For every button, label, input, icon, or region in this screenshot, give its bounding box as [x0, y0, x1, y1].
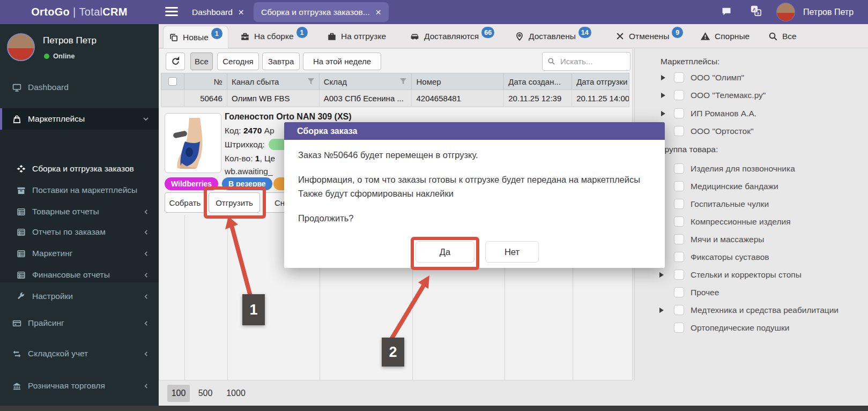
marketplace-checkbox[interactable] [674, 108, 684, 118]
status-tab-delivering[interactable]: Доставляются 66 [410, 24, 494, 48]
col-order-number[interactable]: Номер [412, 73, 504, 89]
filter-funnel-icon[interactable] [307, 78, 315, 85]
sidebar-item-order-reports[interactable]: Отчеты по заказам [0, 222, 159, 242]
group-checkbox[interactable] [674, 163, 684, 174]
chevron-left-icon [143, 383, 149, 389]
group-checkbox[interactable] [674, 305, 684, 315]
group-label[interactable]: Изделия для позвоночника [691, 164, 795, 174]
page-size-500[interactable]: 500 [194, 385, 217, 402]
sidebar-item-warehouse[interactable]: Складской учет [0, 343, 159, 364]
col-number[interactable]: № [184, 73, 227, 89]
page-size-100[interactable]: 100 [167, 385, 190, 402]
expand-triangle-icon[interactable] [661, 93, 665, 98]
marketplace-checkbox[interactable] [674, 126, 684, 136]
col-shipping-date[interactable]: Дата отгрузки [572, 73, 629, 89]
chat-icon[interactable] [721, 6, 732, 17]
tab-assembly-shipping[interactable]: Сборка и отгрузка заказов... ✕ [254, 2, 389, 22]
group-checkbox[interactable] [674, 181, 684, 191]
search-input[interactable] [559, 56, 624, 66]
product-image[interactable] [165, 113, 221, 173]
group-checkbox[interactable] [674, 323, 684, 333]
status-tab-shipping[interactable]: На отгрузке [327, 24, 386, 48]
col-sales-channel[interactable]: Канал сбыта [227, 73, 320, 89]
group-checkbox[interactable] [674, 234, 684, 244]
chevron-left-icon [143, 351, 149, 357]
group-checkbox[interactable] [674, 216, 684, 227]
expand-triangle-icon[interactable] [661, 75, 665, 80]
filter-tomorrow-button[interactable]: Завтра [262, 53, 300, 70]
group-checkbox[interactable] [674, 199, 684, 209]
expand-triangle-icon[interactable] [659, 308, 664, 313]
dialog-line2: Информация, о том что заказы готовы к от… [298, 175, 640, 185]
select-all-checkbox[interactable] [168, 77, 177, 86]
group-label[interactable]: Прочее [691, 288, 719, 297]
group-label[interactable]: Медицинские бандажи [691, 182, 778, 191]
col-created-date[interactable]: Дата создан... [504, 73, 572, 89]
marketplace-label[interactable]: ИП Романов А.А. [691, 109, 756, 118]
header-select-all [161, 73, 184, 89]
sidebar-item-supplies[interactable]: Поставки на маркетплейсы [0, 180, 159, 200]
sidebar-item-settings[interactable]: Настройки [0, 286, 159, 307]
marketplace-label[interactable]: ООО "Ортосток" [691, 126, 753, 136]
marketplace-label[interactable]: ООО "Телемакс.ру" [691, 91, 766, 100]
tab-label: Сборка и отгрузка заказов... [261, 8, 370, 17]
status-tab-new[interactable]: Новые 1 [163, 26, 228, 48]
refresh-button[interactable] [166, 53, 185, 70]
marketplace-label[interactable]: ООО "Олимп" [691, 73, 744, 83]
close-icon[interactable]: ✕ [238, 8, 244, 17]
app-logo: OrtoGo | Total CRM [0, 0, 159, 24]
tab-dashboard[interactable]: Dashboard ✕ [192, 0, 244, 24]
code-label: Код: [225, 126, 241, 135]
sidebar-item-marketplaces[interactable]: Маркетплейсы [0, 108, 159, 130]
filter-this-week-button[interactable]: На этой неделе [303, 53, 381, 70]
col-warehouse[interactable]: Склад [320, 73, 412, 89]
sidebar-item-finance-reports[interactable]: Финансовые отчеты [0, 265, 159, 285]
logo-separator: | [73, 6, 76, 18]
qty-tail: , Це [259, 154, 275, 163]
code-value: 2470 [243, 126, 262, 135]
product-title: Голеностоп Orto NAN 309 (XS) [225, 112, 352, 122]
user-avatar[interactable] [776, 3, 795, 21]
sidebar-item-dashboard[interactable]: Dashboard [0, 77, 159, 98]
status-tab-assembling[interactable]: На сборке 1 [240, 24, 308, 48]
sidebar-item-product-reports[interactable]: Товарные отчеты [0, 201, 159, 222]
sidebar-item-order-assembly[interactable]: Сборка и отгрузка заказов [0, 159, 159, 179]
marketplace-checkbox[interactable] [674, 72, 684, 83]
group-label[interactable]: Госпитальные чулки [691, 199, 769, 209]
group-label[interactable]: Мячи и массажеры [691, 235, 764, 244]
filter-all-button[interactable]: Все [190, 53, 213, 70]
product-group-filter-title: Группа товара: [661, 145, 718, 154]
group-checkbox[interactable] [674, 270, 684, 280]
confirm-no-button[interactable]: Нет [485, 241, 539, 263]
assemble-button[interactable]: Собрать [165, 192, 205, 213]
marketplace-checkbox[interactable] [674, 90, 684, 100]
group-label[interactable]: Стельки и корректоры стопы [691, 270, 802, 280]
group-checkbox[interactable] [674, 287, 684, 297]
sidebar-item-retail[interactable]: Розничная торговля [0, 376, 159, 396]
status-tab-cancelled[interactable]: Отменены 9 [615, 24, 683, 48]
expand-triangle-icon[interactable] [659, 272, 664, 278]
status-tab-delivered[interactable]: Доставлены 14 [515, 24, 591, 48]
group-label[interactable]: Медтехника и средства реабилитации [691, 305, 839, 315]
row-created-date: 20.11.25 12:39 [504, 90, 572, 107]
group-label[interactable]: Ортопедические подушки [691, 323, 789, 333]
status-tab-all[interactable]: Все [768, 24, 797, 48]
expand-triangle-icon[interactable] [661, 111, 665, 116]
translate-icon[interactable]: Aa [750, 5, 762, 17]
order-row[interactable]: 50646 Олимп WB FBS А003 СПб Есенина ... … [161, 90, 629, 107]
sidebar-item-marketing[interactable]: Маркетинг [0, 243, 159, 264]
row-checkbox-cell[interactable] [161, 90, 184, 107]
highlight-box-yes-button [411, 237, 479, 270]
menu-toggle-icon[interactable] [165, 7, 178, 17]
filter-today-button[interactable]: Сегодня [217, 53, 259, 70]
group-checkbox[interactable] [674, 252, 684, 262]
page-size-1000[interactable]: 1000 [221, 385, 251, 402]
status-tab-label: На отгрузке [341, 32, 386, 41]
status-tab-disputed[interactable]: Спорные [700, 24, 750, 48]
sidebar-item-pricing[interactable]: Прайсинг [0, 313, 159, 333]
close-icon[interactable]: ✕ [375, 8, 382, 17]
group-label[interactable]: Компрессионные изделия [691, 217, 791, 227]
filter-funnel-icon[interactable] [399, 78, 407, 85]
group-label[interactable]: Фиксаторы суставов [691, 252, 769, 262]
count-badge: 14 [578, 27, 591, 38]
